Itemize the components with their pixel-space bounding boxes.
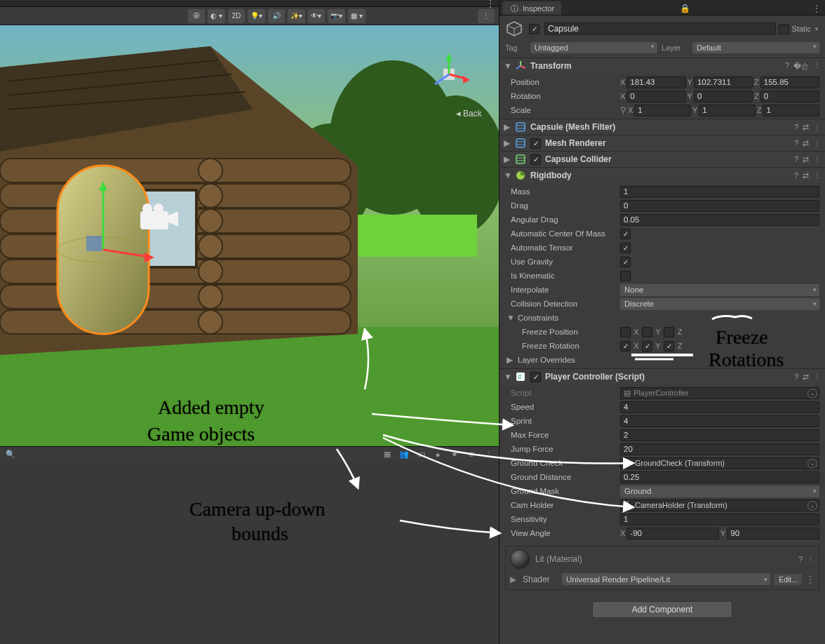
preset-icon[interactable]: ⇄: [803, 123, 809, 132]
freezerot-y[interactable]: [642, 341, 652, 351]
component-header-rigidbody[interactable]: ▼ Rigidbody ?⇄⋮: [499, 168, 825, 183]
freezepos-x[interactable]: [620, 327, 631, 337]
tag-dropdown[interactable]: Untagged: [530, 42, 657, 53]
dd-groundmask[interactable]: Ground: [620, 485, 819, 497]
sb-icon-people[interactable]: 👥: [398, 449, 410, 460]
scene-tool-shading[interactable]: ◐ ▾: [208, 9, 225, 23]
field-sprint[interactable]: [620, 415, 819, 427]
help-icon[interactable]: ?: [794, 139, 798, 148]
menu-icon[interactable]: ⋮: [813, 373, 821, 382]
field-mass[interactable]: [620, 186, 819, 198]
freezerot-z[interactable]: [664, 341, 674, 351]
label-layeroverrides[interactable]: Layer Overrides: [516, 356, 629, 364]
layer-dropdown[interactable]: Default: [692, 42, 819, 53]
sb-icon-star[interactable]: ★: [448, 449, 461, 460]
freezepos-z[interactable]: [664, 327, 674, 337]
field-groundcheck[interactable]: GroundCheck (Transform): [620, 457, 819, 469]
help-icon[interactable]: ?: [794, 373, 798, 382]
field-jumpforce[interactable]: [620, 443, 819, 455]
component-header-collapsed-1[interactable]: ▶ Mesh Renderer ?⇄⋮: [499, 135, 825, 151]
scene-tool-fx[interactable]: ✨▾: [288, 9, 305, 23]
rotation-y[interactable]: [694, 90, 753, 102]
dd-interpolate[interactable]: None: [620, 284, 819, 296]
field-grounddist[interactable]: [620, 471, 819, 483]
gameobject-name-field[interactable]: [544, 22, 776, 35]
menu-icon[interactable]: ⋮: [813, 155, 821, 164]
menu-icon[interactable]: ⋮: [813, 123, 821, 132]
dd-shader[interactable]: Universal Render Pipeline/Lit: [562, 573, 770, 585]
field-script[interactable]: ▤PlayerController: [620, 387, 819, 399]
help-icon[interactable]: ?: [794, 171, 798, 180]
panel-menu-icon[interactable]: ⋮: [808, 2, 825, 15]
help-icon[interactable]: ?: [794, 123, 798, 132]
field-angdrag[interactable]: [620, 214, 819, 226]
gameobject-enable-checkbox[interactable]: [529, 24, 539, 34]
component-header-collapsed-2[interactable]: ▶ Capsule Collider ?⇄⋮: [499, 152, 825, 167]
scale-y[interactable]: [699, 105, 756, 116]
dd-collision[interactable]: Discrete: [620, 298, 819, 310]
panel-menu-icon[interactable]: ⋮: [486, 0, 495, 8]
component-header-playercontroller[interactable]: ▼ # Player Controller (Script) ?⇄⋮: [499, 369, 825, 384]
component-header-collapsed-0[interactable]: ▶ Capsule (Mesh Filter) ?⇄⋮: [499, 119, 825, 135]
preset-icon[interactable]: �손: [793, 61, 809, 72]
scene-tool-audio[interactable]: 🔊: [268, 9, 285, 23]
freezerot-x[interactable]: [620, 341, 631, 351]
menu-icon[interactable]: ⋮: [813, 61, 821, 72]
field-maxforce[interactable]: [620, 429, 819, 441]
help-icon[interactable]: ?: [798, 555, 803, 564]
scene-tool-pivot[interactable]: ⦿: [188, 9, 205, 23]
field-speed[interactable]: [620, 401, 819, 413]
rotation-z[interactable]: [760, 90, 819, 102]
position-z[interactable]: [760, 76, 819, 88]
sb-icon-hidden[interactable]: 👁: [465, 449, 478, 460]
add-component-button[interactable]: Add Component: [592, 601, 732, 618]
viewangle-y[interactable]: [727, 528, 819, 539]
sb-icon-warning[interactable]: ●: [431, 449, 444, 460]
link-icon[interactable]: ⚲: [620, 105, 626, 115]
viewangle-x[interactable]: [626, 528, 719, 539]
search-icon[interactable]: 🔍: [4, 449, 17, 460]
field-camholder[interactable]: CameraHolder (Transform): [620, 499, 819, 511]
help-icon[interactable]: ?: [785, 61, 789, 72]
scale-x[interactable]: [634, 105, 691, 116]
chk-kinematic[interactable]: [620, 271, 631, 281]
menu-icon[interactable]: ⋮: [813, 139, 821, 148]
help-icon[interactable]: ?: [794, 155, 798, 164]
scene-tool-2d[interactable]: 2D: [228, 9, 245, 23]
preset-icon[interactable]: ⇄: [803, 139, 809, 148]
tab-inspector[interactable]: ⓘ Inspector: [502, 1, 561, 15]
rotation-x[interactable]: [626, 90, 685, 102]
static-checkbox[interactable]: [779, 24, 789, 34]
scene-tool-gizmos[interactable]: ▦ ▾: [348, 9, 365, 23]
position-x[interactable]: [626, 76, 685, 88]
scene-view[interactable]: ◂ Back: [0, 25, 499, 446]
svg-point-24: [199, 310, 222, 334]
scene-tool-hidden[interactable]: 👁▾: [308, 9, 325, 23]
chk-gravity[interactable]: [620, 257, 631, 267]
sb-icon-menu[interactable]: ⋮: [482, 449, 495, 460]
preset-icon[interactable]: ⇄: [803, 373, 809, 382]
field-drag[interactable]: [620, 200, 819, 212]
chk-autotensor[interactable]: [620, 243, 631, 253]
scene-tool-camera[interactable]: 📷▾: [328, 9, 345, 23]
edit-shader-button[interactable]: Edit...: [774, 574, 802, 585]
component-enable-checkbox[interactable]: [530, 154, 541, 165]
preset-icon[interactable]: ⇄: [803, 171, 809, 180]
menu-icon[interactable]: ⋮: [807, 555, 814, 564]
component-enable-checkbox[interactable]: [530, 138, 541, 149]
field-sensitivity[interactable]: [620, 514, 819, 525]
chk-autocom[interactable]: [620, 229, 631, 239]
lock-icon[interactable]: 🔒: [676, 2, 695, 15]
position-y[interactable]: [694, 76, 753, 88]
scene-tool-light[interactable]: 💡▾: [248, 9, 265, 23]
component-enable-checkbox[interactable]: [530, 372, 541, 382]
component-header-transform[interactable]: ▼ Transform ?�손⋮: [499, 58, 825, 74]
scale-z[interactable]: [763, 105, 819, 116]
label-autotensor: Automatic Tensor: [505, 243, 617, 252]
freezepos-y[interactable]: [642, 327, 652, 337]
menu-icon[interactable]: ⋮: [813, 171, 821, 180]
sb-icon-grid[interactable]: ▦: [381, 449, 394, 460]
scene-tool-menu[interactable]: ⋮: [478, 9, 495, 23]
preset-icon[interactable]: ⇄: [803, 155, 809, 164]
sb-icon-tag[interactable]: 🏷: [415, 449, 427, 460]
